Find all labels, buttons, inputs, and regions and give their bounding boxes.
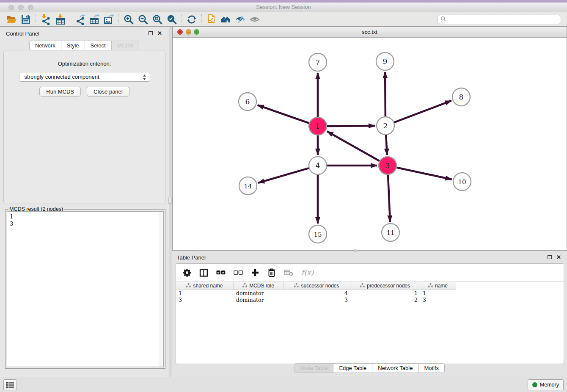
table-cell: 3 <box>420 297 456 304</box>
eye-icon[interactable] <box>248 14 262 25</box>
result-scrollbar[interactable] <box>159 212 163 367</box>
table-panel: Table Panel ✕ f(x) shared nameMCDS roles… <box>172 251 567 377</box>
control-panel-header: Control Panel ✕ <box>0 27 169 40</box>
search-box[interactable] <box>438 15 561 24</box>
edge-1-2[interactable] <box>327 126 375 126</box>
network-window: scc.txt 7968124314101511 <box>172 26 567 251</box>
tree-icon <box>186 283 191 289</box>
node-label-2: 2 <box>383 121 388 130</box>
table-header-row: shared nameMCDS rolesuccessor nodesprede… <box>176 282 564 290</box>
node-label-4: 4 <box>316 161 320 170</box>
run-mcds-button[interactable]: Run MCDS <box>39 87 81 97</box>
zoom-fit-icon[interactable] <box>150 14 165 25</box>
refresh-layout-icon[interactable] <box>184 14 199 25</box>
main-toolbar <box>0 12 567 27</box>
edge-2-9[interactable] <box>385 72 385 116</box>
toolbar-separator <box>36 14 36 25</box>
deselect-all-icon[interactable] <box>234 267 243 278</box>
search-input[interactable] <box>448 17 558 22</box>
node-table-container: f(x) shared nameMCDS rolesuccessor nodes… <box>176 263 564 364</box>
network-canvas[interactable]: 7968124314101511 <box>173 38 567 250</box>
table-cell: dominator <box>234 290 284 297</box>
save-session-icon[interactable] <box>19 14 33 25</box>
close-panel-icon[interactable]: ✕ <box>157 30 162 36</box>
memory-status-icon <box>532 382 537 387</box>
close-panel-button[interactable]: Close panel <box>87 87 129 97</box>
tab-network[interactable]: Network <box>29 41 61 50</box>
tab-motifs[interactable]: Motifs <box>418 363 445 373</box>
column-header-name[interactable]: name <box>420 282 456 290</box>
node-label-10: 10 <box>458 178 466 186</box>
zoom-out-icon[interactable] <box>136 14 150 25</box>
tree-icon <box>360 283 365 289</box>
network-window-title: scc.txt <box>173 29 567 35</box>
list-icon <box>6 382 14 388</box>
table-row[interactable]: 1dominator411 <box>176 290 564 297</box>
select-all-icon[interactable] <box>216 267 226 278</box>
memory-button[interactable]: Memory <box>528 379 564 390</box>
table-cell: 4 <box>284 290 350 297</box>
control-panel-tabs: NetworkStyleSelectMCDS <box>0 41 169 50</box>
zoom-in-icon[interactable] <box>121 14 136 25</box>
tree-icon <box>428 283 433 289</box>
add-row-icon[interactable] <box>251 267 259 278</box>
columns-icon[interactable] <box>199 267 208 278</box>
export-image-icon[interactable] <box>102 14 116 25</box>
column-header-successor-nodes[interactable]: successor nodes <box>284 282 350 290</box>
float-panel-icon[interactable] <box>149 31 153 35</box>
mcds-panel: Optimization criterion: strongly connect… <box>3 50 165 204</box>
node-label-1: 1 <box>316 122 320 130</box>
column-header-predecessor-nodes[interactable]: predecessor nodes <box>350 282 420 290</box>
table-close-icon[interactable]: ✕ <box>556 254 561 260</box>
dropdown-stepper-icon <box>143 74 146 83</box>
node-label-14: 14 <box>244 182 252 190</box>
optimization-dropdown-value: strongly connected component <box>25 74 99 80</box>
edge-2-8[interactable] <box>394 101 451 122</box>
table-splitter-handle[interactable] <box>354 249 357 252</box>
optimization-dropdown[interactable]: strongly connected component <box>19 72 150 82</box>
edge-3-1[interactable] <box>327 131 380 161</box>
import-table-icon[interactable] <box>53 14 67 25</box>
table-toolbar: f(x) <box>176 264 564 282</box>
toolbar-separator <box>118 14 119 25</box>
show-panels-button[interactable] <box>3 379 17 390</box>
tree-icon <box>242 283 247 289</box>
zoom-selected-icon[interactable] <box>165 14 179 25</box>
network-window-titlebar: scc.txt <box>173 27 567 38</box>
table-tabs: Node TableEdge TableNetwork TableMotifs <box>172 363 567 373</box>
tab-style[interactable]: Style <box>61 41 85 50</box>
tab-mcds[interactable]: MCDS <box>111 41 139 50</box>
edge-2-3[interactable] <box>386 135 387 155</box>
delete-row-icon[interactable] <box>267 267 276 278</box>
tab-edge-table[interactable]: Edge Table <box>333 363 372 373</box>
tree-icon <box>294 283 299 289</box>
export-network-icon[interactable] <box>73 14 87 25</box>
delete-table-icon <box>284 267 293 278</box>
column-header-shared-name[interactable]: shared name <box>176 282 234 290</box>
function-builder-icon: f(x) <box>301 267 314 278</box>
node-label-7: 7 <box>316 58 320 66</box>
column-header-MCDS-role[interactable]: MCDS role <box>234 282 284 290</box>
mcds-result-text[interactable]: 1 3 <box>7 211 164 367</box>
tab-network-table[interactable]: Network Table <box>372 363 418 373</box>
network-overview-icon[interactable] <box>204 14 219 25</box>
export-table-icon[interactable] <box>87 14 102 25</box>
table-cell: 3 <box>176 297 234 304</box>
home-icon[interactable] <box>219 14 233 25</box>
node-label-9: 9 <box>383 57 388 66</box>
edge-3-11[interactable] <box>388 175 390 222</box>
import-network-icon[interactable] <box>39 14 53 25</box>
edge-4-14[interactable] <box>258 168 309 183</box>
table-row[interactable]: 3dominator323 <box>176 297 564 304</box>
tab-node-table[interactable]: Node Table <box>294 363 334 373</box>
table-settings-icon[interactable] <box>183 267 191 278</box>
toolbar-separator <box>201 14 202 25</box>
edge-1-6[interactable] <box>258 105 309 123</box>
panel-splitter-handle[interactable] <box>168 197 172 204</box>
edge-3-10[interactable] <box>397 168 452 179</box>
tab-select[interactable]: Select <box>85 41 112 50</box>
node-label-11: 11 <box>386 229 394 237</box>
hide-details-icon[interactable] <box>233 14 248 25</box>
table-float-icon[interactable] <box>548 255 552 259</box>
open-session-icon[interactable] <box>4 14 19 25</box>
